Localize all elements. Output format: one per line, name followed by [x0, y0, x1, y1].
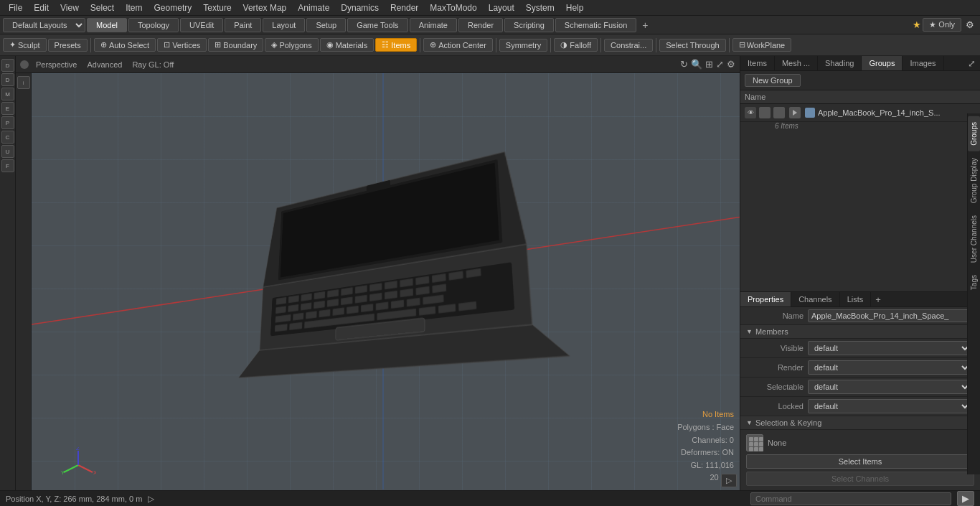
sub-left-1[interactable]: i	[17, 76, 30, 89]
layout-tab-model[interactable]: Model	[87, 18, 127, 32]
left-tool-2[interactable]: D	[1, 73, 14, 86]
new-group-btn[interactable]: New Group	[745, 74, 801, 87]
layout-tab-paint[interactable]: Paint	[225, 18, 261, 32]
members-section-header[interactable]: ▼ Members	[740, 325, 980, 339]
menu-edit[interactable]: Edit	[28, 1, 55, 14]
layout-add-tab[interactable]: +	[638, 19, 652, 31]
vert-tab-groups[interactable]: Groups	[968, 116, 980, 151]
left-tool-5[interactable]: P	[1, 116, 14, 129]
menu-item[interactable]: Item	[120, 1, 148, 14]
right-tab-shading[interactable]: Shading	[818, 56, 862, 70]
polygons-btn[interactable]: ◈ Polygons	[265, 38, 318, 52]
viewport-mode[interactable]: Perspective	[33, 60, 80, 70]
left-tool-4[interactable]: E	[1, 102, 14, 115]
prop-locked-select[interactable]: defaultonoff	[811, 401, 971, 411]
vert-tab-user-channels[interactable]: User Channels	[968, 210, 980, 268]
left-tool-3[interactable]: M	[1, 88, 14, 100]
falloff-btn[interactable]: ◑ Falloff	[554, 38, 598, 52]
props-tab-lists[interactable]: Lists	[840, 292, 872, 306]
menu-render[interactable]: Render	[385, 1, 424, 14]
menu-dynamics[interactable]: Dynamics	[335, 1, 385, 14]
layout-tab-uvedit[interactable]: UVEdit	[180, 18, 223, 32]
viewport-rotate-icon[interactable]: ↻	[680, 59, 688, 70]
layout-tab-scripting[interactable]: Scripting	[504, 18, 554, 32]
right-tab-mesh[interactable]: Mesh ...	[775, 56, 818, 70]
group-visibility-icon[interactable]: 👁	[745, 107, 756, 118]
layout-tab-animate[interactable]: Animate	[410, 18, 457, 32]
vertices-btn[interactable]: ⊡ Vertices	[157, 38, 207, 52]
select-channels-btn[interactable]: Select Channels	[746, 472, 974, 486]
menu-file[interactable]: File	[3, 1, 28, 14]
prop-selectable-select[interactable]: defaultonoff	[811, 382, 971, 392]
menu-select[interactable]: Select	[85, 1, 120, 14]
constraints-btn[interactable]: Constrai...	[604, 39, 653, 52]
viewport-settings-icon[interactable]: ⚙	[727, 59, 735, 70]
props-tab-properties[interactable]: Properties	[740, 292, 791, 306]
workplane-btn[interactable]: ⊟ WorkPlane	[732, 38, 792, 52]
layout-tab-gametools[interactable]: Game Tools	[347, 18, 408, 32]
layout-dropdown[interactable]: Default Layouts	[3, 18, 85, 32]
viewport-expand-icon[interactable]: ⤢	[716, 59, 724, 70]
menu-help[interactable]: Help	[560, 1, 590, 14]
menu-animate[interactable]: Animate	[292, 1, 335, 14]
prop-locked-value[interactable]: defaultonoff	[808, 399, 974, 413]
prop-render-select[interactable]: defaultonoff	[811, 362, 971, 373]
bottom-expand-icon[interactable]: ▷	[148, 494, 154, 504]
vert-tab-tags[interactable]: Tags	[968, 269, 980, 296]
props-add-tab-icon[interactable]: +	[871, 294, 885, 305]
layout-tab-layout[interactable]: Layout	[263, 18, 305, 32]
menu-view[interactable]: View	[55, 1, 85, 14]
menu-system[interactable]: System	[520, 1, 560, 14]
viewport-3d[interactable]: X Y Z No Items Polygons : Face Channels:…	[32, 73, 740, 490]
command-run-btn[interactable]: ▶	[957, 491, 974, 506]
prop-name-input[interactable]	[808, 309, 974, 322]
layout-tab-setup[interactable]: Setup	[306, 18, 346, 32]
left-tool-8[interactable]: F	[1, 159, 14, 172]
viewport-zoom-in-icon[interactable]: 🔍	[691, 59, 702, 70]
layout-only-btn[interactable]: ★ Only	[923, 18, 961, 32]
left-tool-6[interactable]: C	[1, 131, 14, 144]
items-btn[interactable]: ☷ Items	[375, 38, 417, 52]
prop-visible-value[interactable]: defaultonoff	[808, 341, 974, 355]
viewport-dot[interactable]	[20, 60, 29, 69]
viewport-fit-icon[interactable]: ⊞	[705, 59, 713, 70]
prop-selectable-value[interactable]: defaultonoff	[808, 380, 974, 394]
materials-btn[interactable]: ◉ Materials	[320, 38, 374, 52]
symmetry-btn[interactable]: Symmetry	[499, 39, 548, 52]
selection-keying-header[interactable]: ▼ Selection & Keying	[740, 416, 980, 430]
menu-geometry[interactable]: Geometry	[149, 1, 198, 14]
auto-select-btn[interactable]: ⊕ Auto Select	[94, 38, 156, 52]
right-tab-items[interactable]: Items	[740, 56, 775, 70]
prop-render-value[interactable]: defaultonoff	[808, 360, 974, 375]
group-row-macbook[interactable]: 👁 Apple_MacBook_Pro_14_inch_S...	[740, 104, 980, 122]
menu-layout[interactable]: Layout	[483, 1, 520, 14]
command-input[interactable]	[750, 492, 951, 505]
group-lock-icon[interactable]	[773, 107, 785, 118]
menu-vertex-map[interactable]: Vertex Map	[237, 1, 293, 14]
prop-visible-select[interactable]: defaultonoff	[811, 343, 971, 353]
props-tab-channels[interactable]: Channels	[791, 292, 839, 306]
group-expand-icon[interactable]	[789, 107, 801, 118]
viewport-expand-btn[interactable]: ▷	[721, 474, 737, 487]
right-tab-images[interactable]: Images	[903, 56, 943, 70]
viewport-shading[interactable]: Advanced	[84, 60, 125, 70]
left-tool-1[interactable]: D	[1, 59, 14, 72]
select-items-btn[interactable]: Select Items	[746, 454, 974, 469]
left-tool-7[interactable]: U	[1, 145, 14, 158]
viewport-render[interactable]: Ray GL: Off	[129, 60, 176, 70]
menu-texture[interactable]: Texture	[197, 1, 237, 14]
boundary-btn[interactable]: ⊞ Boundary	[208, 38, 263, 52]
right-panel-expand-icon[interactable]: ⤢	[963, 58, 980, 69]
action-center-btn[interactable]: ⊕ Action Center	[423, 38, 493, 52]
vert-tab-group-display[interactable]: Group Display	[968, 152, 980, 209]
select-through-btn[interactable]: Select Through	[659, 39, 725, 52]
sculpt-btn[interactable]: ✦ Sculpt	[3, 38, 47, 52]
right-tab-groups[interactable]: Groups	[862, 56, 903, 70]
layout-tab-topology[interactable]: Topology	[128, 18, 179, 32]
presets-btn[interactable]: Presets	[48, 39, 88, 52]
layout-tab-render[interactable]: Render	[458, 18, 503, 32]
layout-gear-btn[interactable]: ⚙	[963, 19, 977, 30]
layout-tab-schematic[interactable]: Schematic Fusion	[555, 18, 636, 32]
group-render-icon[interactable]	[759, 107, 771, 118]
menu-maxtomodo[interactable]: MaxToModo	[424, 1, 482, 14]
